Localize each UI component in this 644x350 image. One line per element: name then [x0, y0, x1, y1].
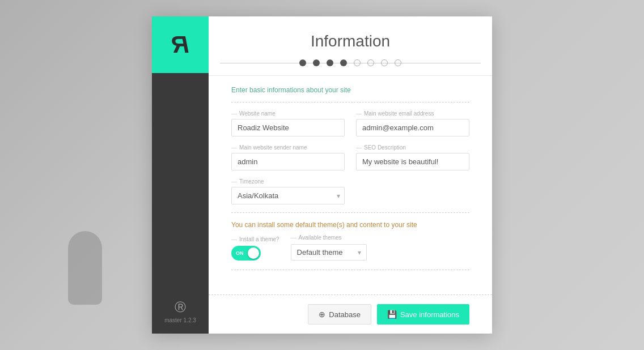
seo-input[interactable] [356, 153, 469, 170]
main-container: R Ⓡ master 1.2.3 Information Enter basi [152, 16, 492, 334]
sidebar-body: Ⓡ master 1.2.3 [152, 73, 209, 334]
save-button[interactable]: 💾 Save informations [377, 304, 469, 325]
available-themes-label: Available themes [291, 234, 367, 241]
toggle-switch[interactable]: ON [231, 246, 279, 261]
email-input[interactable] [356, 119, 469, 136]
database-button-label: Database [329, 310, 361, 319]
install-theme-label: Install a theme? [231, 236, 279, 242]
divider-top [231, 102, 469, 103]
email-group: Main website email address [356, 110, 469, 136]
database-button[interactable]: ⊕ Database [308, 304, 371, 325]
seo-label: SEO Description [356, 144, 469, 151]
timezone-row: Timezone Asia/Kolkata UTC America/New_Yo… [231, 178, 469, 204]
theme-row: Install a theme? ON Available themes Def… [231, 234, 469, 261]
website-name-label: Website name [231, 110, 345, 117]
divider-bottom [231, 270, 469, 270]
toggle-group: Install a theme? ON [231, 236, 279, 261]
theme-select-wrapper: Default theme Blog Theme Portfolio Theme [291, 244, 367, 261]
timezone-label: Timezone [231, 178, 469, 185]
sender-input[interactable] [231, 153, 345, 170]
step-6 [367, 59, 374, 66]
theme-hint: You can install some default theme(s) an… [231, 221, 469, 229]
timezone-select[interactable]: Asia/Kolkata UTC America/New_York Europe… [231, 187, 345, 204]
divider-middle [231, 212, 469, 213]
content-panel: Information Enter basic informations abo… [209, 16, 492, 334]
step-8 [395, 59, 401, 66]
step-7 [381, 59, 388, 66]
step-5 [354, 59, 361, 66]
version-label: master 1.2.3 [164, 317, 196, 323]
sidebar-logo: R [152, 16, 209, 73]
website-name-input[interactable] [231, 119, 345, 136]
roadiz-icon: Ⓡ [175, 300, 186, 315]
toggle-track[interactable]: ON [231, 246, 261, 261]
panel-footer: ⊕ Database 💾 Save informations [209, 294, 492, 334]
seo-group: SEO Description [356, 144, 469, 170]
website-name-group: Website name [231, 110, 345, 136]
timezone-select-wrapper: Asia/Kolkata UTC America/New_York Europe… [231, 187, 346, 204]
theme-select[interactable]: Default theme Blog Theme Portfolio Theme [291, 244, 367, 261]
panel-header: Information [209, 16, 492, 76]
step-indicators [220, 59, 481, 66]
save-icon: 💾 [387, 310, 397, 319]
toggle-on-text: ON [236, 250, 244, 256]
sidebar: R Ⓡ master 1.2.3 [152, 16, 209, 334]
logo-icon: R [172, 31, 189, 58]
toggle-thumb [248, 247, 259, 259]
section-hint: Enter basic informations about your site [231, 86, 469, 94]
save-button-label: Save informations [400, 310, 459, 319]
email-label: Main website email address [356, 110, 469, 117]
step-3 [327, 59, 333, 66]
panel-body: Enter basic informations about your site… [209, 76, 492, 294]
page-title: Information [220, 32, 481, 50]
database-icon: ⊕ [319, 310, 325, 319]
form-grid: Website name Main website email address … [231, 110, 469, 170]
step-4 [340, 59, 347, 66]
sender-label: Main website sender name [231, 144, 345, 151]
sender-group: Main website sender name [231, 144, 345, 170]
step-1 [299, 59, 306, 66]
step-2 [313, 59, 320, 66]
themes-group: Available themes Default theme Blog Them… [291, 234, 367, 261]
